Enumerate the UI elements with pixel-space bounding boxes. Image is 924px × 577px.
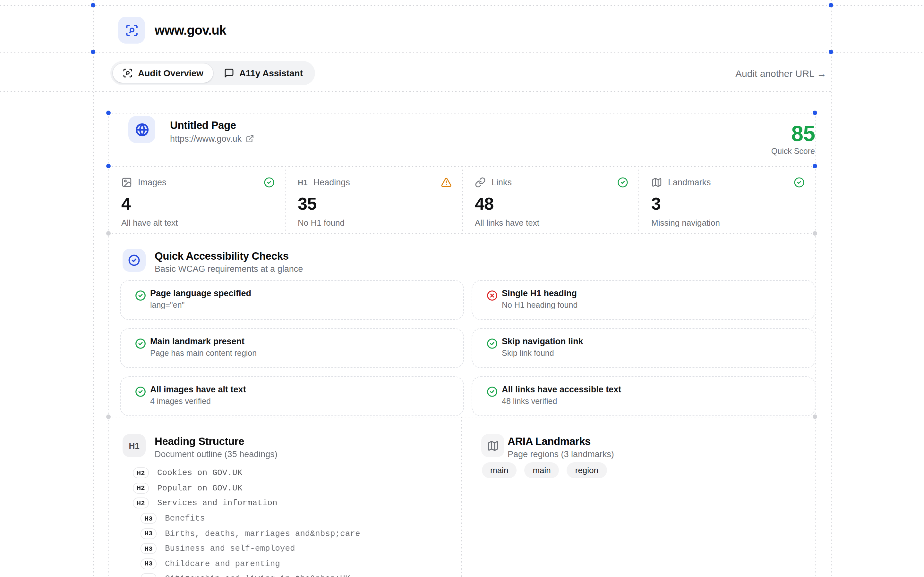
- heading-outline-list: H2 Cookies on GOV.UK H2 Popular on GOV.U…: [133, 466, 360, 577]
- aria-landmarks-badge: [481, 434, 504, 457]
- link-icon: [475, 177, 486, 188]
- check-title: Skip navigation link: [502, 337, 583, 346]
- check-title: All links have accessible text: [502, 385, 621, 394]
- heading-level-badge: H3: [141, 574, 157, 577]
- check-card-main-landmark: Main landmark present Page has main cont…: [120, 328, 464, 368]
- check-detail: Page has main content region: [150, 349, 257, 358]
- check-circle-icon: [486, 338, 498, 350]
- scan-search-icon: [125, 23, 138, 37]
- stat-card-headings: H1 Headings 35 No H1 found: [285, 166, 462, 234]
- heading-text: Popular on GOV.UK: [157, 484, 242, 493]
- guide-line: [0, 52, 924, 53]
- stat-label: Headings: [313, 177, 350, 187]
- globe-icon: [134, 122, 149, 137]
- heading-text: Births, deaths, marriages and&nbsp;care: [165, 529, 360, 538]
- stat-value: 3: [651, 194, 661, 214]
- heading-text: Business and self-employed: [165, 544, 295, 554]
- scan-search-icon: [123, 68, 133, 78]
- audit-app-canvas: www.gov.uk Audit Overview A11y Assistant…: [0, 0, 924, 577]
- quick-score: 85 Quick Score: [771, 122, 815, 156]
- guide-handle: [91, 50, 95, 54]
- landmark-pill-row: main main region: [482, 462, 607, 478]
- guide-handle: [106, 414, 111, 419]
- check-card-skip-link: Skip navigation link Skip link found: [472, 328, 816, 368]
- heading-level-badge: H2: [133, 498, 149, 509]
- heading-row: H3 Benefits: [141, 511, 360, 526]
- stat-label: Links: [491, 177, 512, 187]
- heading-row: H2 Cookies on GOV.UK: [133, 466, 360, 480]
- quick-score-value: 85: [771, 122, 815, 145]
- heading-structure-title: Heading Structure: [155, 435, 244, 448]
- guide-line: [108, 113, 815, 113]
- heading-text: Childcare and parenting: [165, 559, 280, 569]
- map-icon: [651, 177, 662, 188]
- check-circle-icon: [135, 290, 146, 301]
- chat-bubble-icon: [224, 68, 234, 78]
- heading-structure-badge: H1: [123, 434, 145, 457]
- stat-value: 35: [298, 194, 317, 214]
- guide-handle: [106, 111, 111, 115]
- check-card-page-language: Page language specified lang="en": [120, 280, 464, 320]
- stat-card-links: Links 48 All links have text: [462, 166, 638, 234]
- guide-line: [461, 417, 462, 577]
- stat-label: Images: [138, 177, 166, 187]
- page-favicon-badge: [128, 116, 155, 143]
- tab-a11y-assistant[interactable]: A11y Assistant: [214, 63, 312, 83]
- heading-row: H3 Business and self-employed: [141, 541, 360, 556]
- check-title: Main landmark present: [150, 337, 244, 346]
- check-detail: 4 images verified: [150, 397, 211, 406]
- stat-value: 48: [475, 194, 493, 214]
- check-circle-icon: [264, 177, 275, 188]
- landmark-pill: region: [567, 462, 607, 478]
- guide-line: [831, 0, 832, 577]
- view-tabs: Audit Overview A11y Assistant: [110, 61, 315, 85]
- guide-line: [0, 5, 924, 6]
- check-detail: 48 links verified: [502, 397, 557, 406]
- guide-handle: [91, 3, 95, 7]
- tab-label: Audit Overview: [138, 68, 204, 78]
- quick-checks-subtitle: Basic WCAG requirements at a glance: [155, 264, 303, 274]
- check-circle-icon: [135, 338, 146, 350]
- check-card-links-text: All links have accessible text 48 links …: [472, 376, 816, 416]
- check-title: Single H1 heading: [502, 288, 577, 298]
- heading-row: H3 Childcare and parenting: [141, 556, 360, 571]
- check-detail: Skip link found: [502, 349, 554, 358]
- heading-text: Cookies on GOV.UK: [157, 468, 242, 478]
- guide-handle: [813, 111, 817, 115]
- check-detail: No H1 heading found: [502, 301, 577, 309]
- quick-checks-title: Quick Accessibility Checks: [155, 250, 289, 262]
- page-url-text: https://www.gov.uk: [170, 134, 242, 143]
- tab-audit-overview[interactable]: Audit Overview: [113, 63, 213, 83]
- check-card-single-h1: Single H1 heading No H1 heading found: [472, 280, 816, 320]
- stat-note: All have alt text: [121, 218, 178, 227]
- heading-row: H2 Services and information: [133, 496, 360, 511]
- page-url: https://www.gov.uk: [170, 134, 254, 143]
- stat-card-landmarks: Landmarks 3 Missing navigation: [638, 166, 815, 234]
- heading-level-badge: H2: [133, 468, 149, 479]
- audit-another-url-link[interactable]: Audit another URL →: [735, 68, 827, 79]
- check-card-images-alt: All images have alt text 4 images verifi…: [120, 376, 464, 416]
- landmark-pill: main: [524, 462, 559, 478]
- heading-level-badge: H3: [141, 558, 157, 569]
- heading-level-badge: H3: [141, 528, 157, 539]
- external-link-icon[interactable]: [246, 135, 254, 143]
- check-circle-icon: [128, 254, 141, 267]
- stat-note: Missing navigation: [651, 218, 720, 227]
- heading-level-badge: H3: [141, 543, 157, 554]
- check-title: Page language specified: [150, 288, 251, 298]
- guide-line: [108, 234, 815, 234]
- guide-line: [93, 0, 94, 577]
- guide-handle: [829, 50, 833, 54]
- quick-checks-badge: [123, 249, 145, 272]
- app-logo: [118, 17, 145, 44]
- image-icon: [121, 177, 132, 188]
- stat-value: 4: [121, 194, 131, 214]
- site-title: www.gov.uk: [155, 23, 226, 38]
- stat-card-images: Images 4 All have alt text: [108, 166, 285, 234]
- heading-text: Benefits: [165, 514, 205, 523]
- stat-note: No H1 found: [298, 218, 344, 227]
- heading-level-badge: H3: [141, 513, 157, 524]
- stat-note: All links have text: [475, 218, 540, 227]
- heading-structure-subtitle: Document outline (35 headings): [155, 450, 278, 459]
- h1-badge-glyph: H1: [129, 441, 139, 450]
